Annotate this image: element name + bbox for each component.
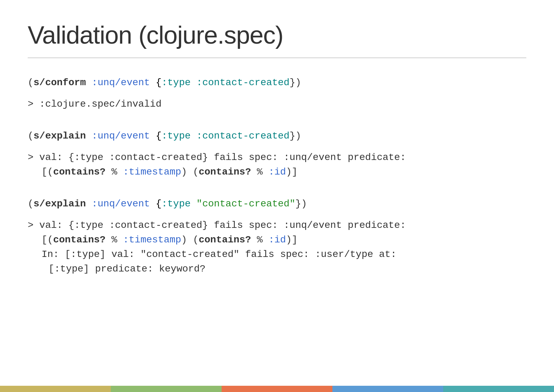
output-line-indent: [(contains? % :timestamp) (contains? % :… — [28, 165, 526, 179]
output-line-type: [:type] predicate: keyword? — [28, 262, 526, 276]
space — [191, 77, 197, 88]
paren: }) — [289, 131, 301, 141]
string-value: "contact-created" — [196, 198, 295, 209]
keyword: :type — [162, 198, 191, 209]
fn-name: s/explain — [34, 198, 86, 209]
keyword: :unq/event — [92, 131, 150, 141]
paren: ( — [28, 131, 34, 141]
bar-segment-5 — [443, 386, 554, 392]
fn-contains2: contains? — [199, 167, 251, 177]
paren: }) — [295, 198, 307, 209]
fn-contains: contains? — [53, 234, 106, 245]
paren: ( — [28, 77, 34, 88]
title-divider — [28, 57, 526, 58]
paren: }) — [289, 77, 301, 88]
keyword: :type — [162, 131, 191, 141]
slide-content: Validation (clojure.spec) (s/conform :un… — [0, 0, 554, 321]
output-line: > val: {:type :contact-created} fails sp… — [28, 218, 526, 233]
code-block-2: (s/explain :unq/event {:type :contact-cr… — [28, 129, 526, 143]
kw-timestamp: :timestamp — [123, 167, 181, 177]
paren: ( — [28, 198, 34, 209]
keyword: :type — [162, 77, 191, 88]
code-block-3: (s/explain :unq/event {:type "contact-cr… — [28, 197, 526, 211]
space — [86, 131, 92, 141]
bar-segment-2 — [111, 386, 222, 392]
bar-segment-1 — [0, 386, 111, 392]
space — [86, 77, 92, 88]
output-block-1: > :clojure.spec/invalid — [28, 97, 526, 112]
keyword-value: :contact-created — [196, 131, 289, 141]
space — [191, 198, 197, 209]
prompt: > :clojure.spec/invalid — [28, 99, 161, 109]
fn-name: s/conform — [34, 77, 86, 88]
space: { — [150, 198, 162, 209]
space: { — [150, 77, 162, 88]
fn-name: s/explain — [34, 131, 86, 141]
keyword: :unq/event — [92, 77, 150, 88]
kw-timestamp: :timestamp — [123, 234, 181, 245]
output-line-indent: [(contains? % :timestamp) (contains? % :… — [28, 233, 526, 247]
code-block-1: (s/conform :unq/event {:type :contact-cr… — [28, 75, 526, 90]
output-line-in: In: [:type] val: "contact-created" fails… — [28, 247, 526, 262]
kw-id: :id — [268, 234, 286, 245]
bottom-bar — [0, 386, 554, 392]
output-block-3: > val: {:type :contact-created} fails sp… — [28, 218, 526, 276]
space — [191, 131, 197, 141]
fn-contains: contains? — [53, 167, 106, 177]
page-title: Validation (clojure.spec) — [28, 21, 526, 49]
output-block-2: > val: {:type :contact-created} fails sp… — [28, 150, 526, 179]
bar-segment-4 — [332, 386, 443, 392]
bar-segment-3 — [222, 386, 332, 392]
space: { — [150, 131, 162, 141]
keyword-value: :contact-created — [196, 77, 289, 88]
kw-id: :id — [268, 167, 286, 177]
output-line: > val: {:type :contact-created} fails sp… — [28, 150, 526, 165]
keyword: :unq/event — [92, 198, 150, 209]
fn-contains2: contains? — [199, 234, 251, 245]
space — [86, 198, 92, 209]
